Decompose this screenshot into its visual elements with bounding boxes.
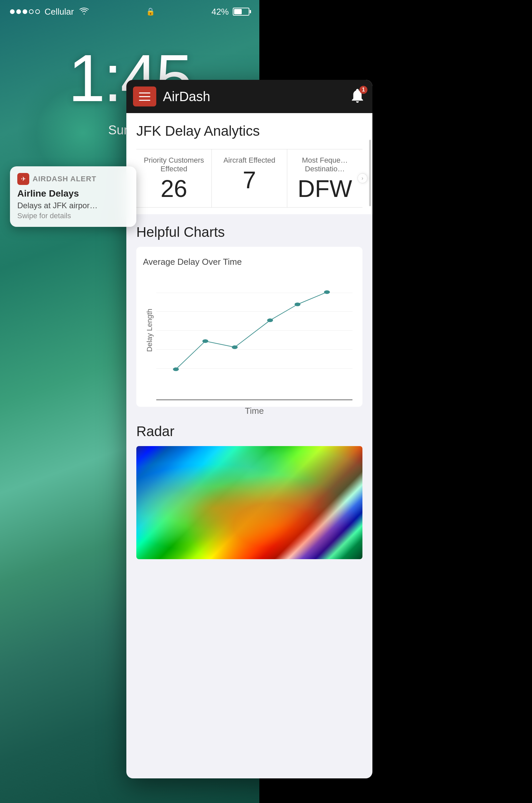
app-panel: AirDash 1 JFK Delay Analytics Priority C… — [126, 80, 373, 778]
notification-banner[interactable]: ✈ AIRDASH ALERT Airline Delays Delays at… — [10, 166, 136, 227]
signal-dots — [10, 9, 40, 14]
chart-area: Delay Length — [143, 274, 353, 400]
notification-title: Airline Delays — [17, 188, 129, 199]
notification-header: ✈ AIRDASH ALERT — [17, 173, 129, 185]
scrollbar-thumb[interactable] — [369, 140, 371, 206]
hamburger-button[interactable] — [133, 87, 156, 107]
lock-icon: 🔒 — [146, 7, 155, 16]
ls-lock-center: 🔒 — [89, 7, 211, 16]
hamburger-line-1 — [139, 92, 150, 93]
bell-button[interactable]: 1 — [349, 88, 366, 106]
app-header: AirDash 1 — [126, 80, 373, 113]
charts-section: Helpful Charts Average Delay Over Time D… — [126, 214, 373, 417]
radar-overlay — [136, 446, 362, 559]
network-label: Cellular — [44, 7, 74, 17]
svg-point-2 — [232, 345, 238, 349]
notification-badge: 1 — [359, 86, 367, 94]
radar-title: Radar — [136, 417, 362, 446]
ls-battery-area: 42% — [211, 7, 249, 17]
stat-label-aircraft: Aircraft Effected — [217, 156, 282, 165]
line-chart-title: Average Delay Over Time — [143, 257, 353, 267]
notification-action: Swipe for details — [17, 211, 129, 220]
stat-aircraft: Aircraft Effected 7 — [212, 149, 287, 207]
notification-body: Delays at JFK airpor… — [17, 201, 129, 210]
analytics-section: JFK Delay Analytics Priority CustomersEf… — [126, 113, 373, 214]
stat-label-destination: Most Feque…Destinatio… — [292, 156, 358, 173]
charts-title: Helpful Charts — [136, 224, 362, 240]
line-chart-container: Average Delay Over Time Delay Length — [136, 247, 362, 407]
signal-dot-5 — [35, 9, 40, 14]
stat-value-priority: 26 — [141, 176, 207, 201]
stat-label-priority: Priority CustomersEffected — [141, 156, 207, 173]
wifi-icon — [79, 7, 89, 17]
lockscreen-status-bar: Cellular 🔒 42% — [0, 0, 259, 23]
radar-image — [136, 446, 362, 559]
chart-plot: Time — [156, 274, 353, 400]
battery-fill — [234, 9, 242, 14]
hamburger-line-3 — [139, 100, 150, 101]
hamburger-line-2 — [139, 96, 150, 97]
radar-section: Radar — [126, 417, 373, 566]
y-axis-label: Delay Length — [143, 274, 156, 387]
line-chart-svg — [156, 274, 353, 396]
stat-destination: Most Feque…Destinatio… DFW › — [287, 149, 362, 207]
signal-dot-1 — [10, 9, 15, 14]
stat-priority-customers: Priority CustomersEffected 26 — [136, 149, 212, 207]
notification-app-name: AIRDASH ALERT — [33, 175, 96, 183]
svg-point-5 — [324, 291, 330, 294]
signal-dot-2 — [16, 9, 21, 14]
scrollbar[interactable] — [369, 113, 371, 778]
signal-dot-4 — [29, 9, 34, 14]
airplane-icon: ✈ — [21, 175, 26, 183]
signal-indicator: Cellular — [10, 7, 89, 17]
battery-icon — [233, 8, 249, 16]
signal-dot-3 — [23, 9, 27, 14]
x-axis-label: Time — [156, 406, 353, 416]
stats-row: Priority CustomersEffected 26 Aircraft E… — [136, 149, 362, 208]
battery-percentage: 42% — [211, 7, 229, 17]
svg-point-1 — [203, 339, 208, 343]
chevron-right-icon[interactable]: › — [358, 173, 367, 183]
y-label-text: Delay Length — [145, 309, 154, 352]
svg-point-3 — [267, 318, 273, 322]
svg-point-0 — [173, 368, 179, 371]
analytics-title: JFK Delay Analytics — [136, 123, 362, 139]
stat-value-destination: DFW — [292, 176, 358, 201]
notification-app-icon: ✈ — [17, 173, 29, 185]
stat-value-aircraft: 7 — [217, 168, 282, 192]
x-label-text: Time — [245, 406, 264, 416]
svg-point-4 — [294, 302, 301, 306]
app-title: AirDash — [163, 89, 342, 104]
